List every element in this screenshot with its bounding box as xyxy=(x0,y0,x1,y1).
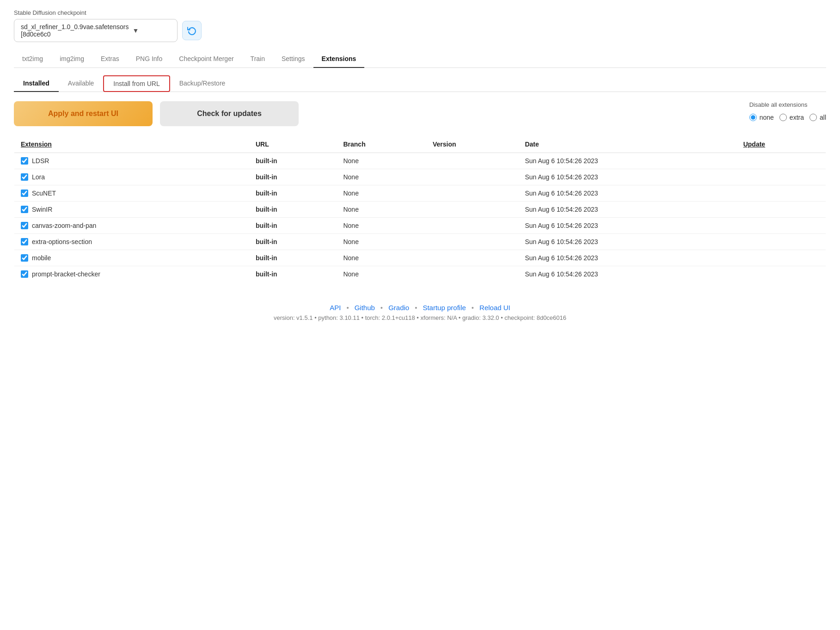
radio-input-all[interactable] xyxy=(809,114,817,121)
col-header-extension[interactable]: Extension xyxy=(14,136,249,153)
footer-link-api[interactable]: API xyxy=(330,304,341,312)
ext-update xyxy=(737,234,826,250)
footer-separator: • xyxy=(380,304,383,312)
radio-label-extra: extra xyxy=(790,114,804,121)
radio-all[interactable]: all xyxy=(809,114,826,121)
main-tab-txt2img[interactable]: txt2img xyxy=(14,50,51,68)
check-updates-button[interactable]: Check for updates xyxy=(160,101,299,126)
ext-date: Sun Aug 6 10:54:26 2023 xyxy=(518,185,736,202)
ext-url: built-in xyxy=(249,266,337,282)
ext-version xyxy=(426,202,518,218)
main-tab-settings[interactable]: Settings xyxy=(273,50,313,68)
ext-version xyxy=(426,250,518,266)
table-row: LDSRbuilt-inNoneSun Aug 6 10:54:26 2023 xyxy=(14,153,826,169)
ext-url: built-in xyxy=(249,153,337,169)
ext-name: mobile xyxy=(32,254,51,262)
table-row: prompt-bracket-checkerbuilt-inNoneSun Au… xyxy=(14,266,826,282)
ext-version xyxy=(426,169,518,185)
main-tabs: txt2imgimg2imgExtrasPNG InfoCheckpoint M… xyxy=(14,50,826,68)
ext-version xyxy=(426,153,518,169)
footer-link-reload-ui[interactable]: Reload UI xyxy=(479,304,510,312)
sub-tabs: InstalledAvailableInstall from URLBackup… xyxy=(14,75,826,92)
ext-version xyxy=(426,234,518,250)
sub-tab-install-from-url[interactable]: Install from URL xyxy=(103,75,170,92)
ext-name: prompt-bracket-checker xyxy=(32,270,100,278)
refresh-icon xyxy=(187,26,196,35)
ext-update xyxy=(737,202,826,218)
ext-checkbox-4[interactable] xyxy=(21,222,28,229)
apply-restart-button[interactable]: Apply and restart UI xyxy=(14,101,153,126)
main-tab-train[interactable]: Train xyxy=(242,50,273,68)
ext-branch: None xyxy=(337,266,426,282)
col-header-date: Date xyxy=(518,136,736,153)
col-header-update[interactable]: Update xyxy=(737,136,826,153)
col-header-version: Version xyxy=(426,136,518,153)
sub-tab-backup-restore[interactable]: Backup/Restore xyxy=(170,75,235,92)
col-header-url: URL xyxy=(249,136,337,153)
ext-update xyxy=(737,266,826,282)
radio-extra[interactable]: extra xyxy=(779,114,804,121)
sub-tab-available[interactable]: Available xyxy=(59,75,104,92)
col-header-branch: Branch xyxy=(337,136,426,153)
ext-branch: None xyxy=(337,218,426,234)
checkpoint-dropdown[interactable]: sd_xl_refiner_1.0_0.9vae.safetensors [8d… xyxy=(14,19,178,42)
footer-link-github[interactable]: Github xyxy=(355,304,375,312)
ext-checkbox-5[interactable] xyxy=(21,238,28,245)
ext-date: Sun Aug 6 10:54:26 2023 xyxy=(518,234,736,250)
ext-branch: None xyxy=(337,169,426,185)
ext-date: Sun Aug 6 10:54:26 2023 xyxy=(518,250,736,266)
ext-checkbox-2[interactable] xyxy=(21,190,28,197)
ext-update xyxy=(737,169,826,185)
radio-label-all: all xyxy=(820,114,826,121)
footer-separator: • xyxy=(415,304,417,312)
refresh-checkpoint-button[interactable] xyxy=(182,21,202,40)
ext-checkbox-1[interactable] xyxy=(21,173,28,181)
footer-link-gradio[interactable]: Gradio xyxy=(388,304,409,312)
disable-radio-group: noneextraall xyxy=(749,114,826,121)
ext-branch: None xyxy=(337,250,426,266)
ext-update xyxy=(737,153,826,169)
ext-update xyxy=(737,185,826,202)
radio-input-none[interactable] xyxy=(749,114,757,121)
ext-url: built-in xyxy=(249,185,337,202)
radio-none[interactable]: none xyxy=(749,114,774,121)
disable-extensions-group: Disable all extensions noneextraall xyxy=(749,101,826,121)
ext-checkbox-6[interactable] xyxy=(21,254,28,262)
footer-version: version: v1.5.1 • python: 3.10.11 • torc… xyxy=(14,314,826,321)
main-tab-extras[interactable]: Extras xyxy=(92,50,128,68)
ext-date: Sun Aug 6 10:54:26 2023 xyxy=(518,153,736,169)
content-area: InstalledAvailableInstall from URLBackup… xyxy=(14,68,826,290)
table-row: canvas-zoom-and-panbuilt-inNoneSun Aug 6… xyxy=(14,218,826,234)
radio-label-none: none xyxy=(760,114,774,121)
ext-date: Sun Aug 6 10:54:26 2023 xyxy=(518,169,736,185)
ext-checkbox-3[interactable] xyxy=(21,206,28,213)
extensions-table: ExtensionURLBranchVersionDateUpdate LDSR… xyxy=(14,135,826,282)
main-tab-extensions[interactable]: Extensions xyxy=(313,50,365,68)
ext-date: Sun Aug 6 10:54:26 2023 xyxy=(518,218,736,234)
ext-name: canvas-zoom-and-pan xyxy=(32,222,96,229)
ext-branch: None xyxy=(337,153,426,169)
ext-version xyxy=(426,185,518,202)
main-tab-checkpoint-merger[interactable]: Checkpoint Merger xyxy=(171,50,242,68)
ext-branch: None xyxy=(337,202,426,218)
ext-checkbox-7[interactable] xyxy=(21,270,28,278)
ext-name: Lora xyxy=(32,173,45,181)
ext-name: SwinIR xyxy=(32,206,52,213)
main-tab-img2img[interactable]: img2img xyxy=(51,50,92,68)
table-row: extra-options-sectionbuilt-inNoneSun Aug… xyxy=(14,234,826,250)
table-row: ScuNETbuilt-inNoneSun Aug 6 10:54:26 202… xyxy=(14,185,826,202)
table-row: mobilebuilt-inNoneSun Aug 6 10:54:26 202… xyxy=(14,250,826,266)
footer-separator: • xyxy=(472,304,474,312)
footer-link-startup-profile[interactable]: Startup profile xyxy=(423,304,466,312)
ext-checkbox-0[interactable] xyxy=(21,157,28,165)
table-row: Lorabuilt-inNoneSun Aug 6 10:54:26 2023 xyxy=(14,169,826,185)
ext-branch: None xyxy=(337,234,426,250)
action-row: Apply and restart UI Check for updates D… xyxy=(14,101,826,126)
ext-url: built-in xyxy=(249,250,337,266)
ext-date: Sun Aug 6 10:54:26 2023 xyxy=(518,202,736,218)
main-tab-png-info[interactable]: PNG Info xyxy=(128,50,171,68)
ext-update xyxy=(737,218,826,234)
sub-tab-installed[interactable]: Installed xyxy=(14,75,59,92)
radio-input-extra[interactable] xyxy=(779,114,787,121)
chevron-down-icon: ▼ xyxy=(132,27,170,34)
